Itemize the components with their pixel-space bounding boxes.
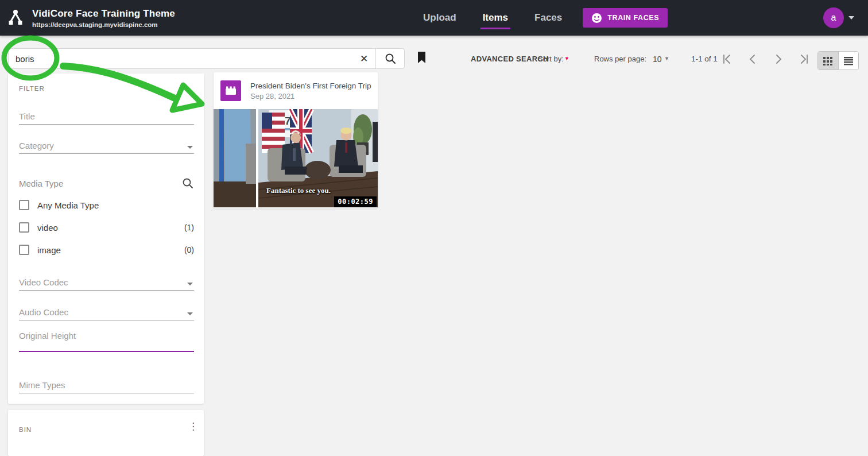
app-header: VidiCore Face Training Theme https://dee… (0, 0, 868, 36)
chevron-left-icon (746, 52, 760, 66)
save-search-button[interactable] (417, 52, 426, 65)
train-faces-label: TRAIN FACES (607, 14, 659, 22)
checkbox-icon[interactable] (19, 200, 29, 210)
media-type-label: Media Type (19, 179, 63, 188)
bin-panel: BIN ⋮ (8, 410, 204, 456)
nav-tab-items[interactable]: Items (482, 9, 509, 27)
media-type-search-icon[interactable] (181, 177, 194, 190)
vidispine-logo-icon (7, 8, 24, 28)
video-codec-select[interactable]: Video Codec (19, 277, 194, 291)
item-card[interactable]: President Biden's First Foreign Trip Sep… (214, 72, 378, 208)
media-type-row: Media Type (19, 177, 194, 190)
list-view-button[interactable] (838, 52, 859, 69)
checkbox-row-image[interactable]: image (0) (19, 245, 194, 255)
app-title: VidiCore Face Training Theme (32, 8, 175, 20)
mime-types-input[interactable]: Mime Types (19, 380, 194, 393)
bookmark-icon (417, 52, 426, 64)
title-filter-input[interactable]: Title (19, 111, 194, 125)
grid-view-button[interactable] (818, 52, 838, 69)
search-icon (384, 52, 397, 65)
search-button[interactable] (375, 49, 404, 68)
movie-icon (220, 80, 241, 101)
first-page-icon (720, 52, 734, 66)
app-url: https://deepva.staging.myvidispine.com (32, 21, 175, 28)
video-thumbnail[interactable]: G7 (214, 109, 378, 207)
sort-by-label[interactable]: Sort by: (538, 55, 564, 63)
train-faces-button[interactable]: TRAIN FACES (583, 8, 668, 28)
list-view-icon (843, 56, 854, 65)
duration-badge: 00:02:59 (334, 196, 377, 207)
search-toolbar: ✕ ADVANCED SEARCH Sort by: ▼ Rows per pa… (0, 36, 868, 72)
chevron-down-icon (187, 146, 193, 149)
bin-menu-button[interactable]: ⋮ (188, 422, 198, 431)
first-page-button[interactable] (719, 52, 734, 67)
advanced-search-button[interactable]: ADVANCED SEARCH (471, 55, 549, 63)
grid-view-icon (823, 56, 833, 66)
face-icon (591, 13, 602, 24)
checkbox-row-any-media-type[interactable]: Any Media Type (19, 200, 194, 210)
pagination-range: 1-1 of 1 (691, 55, 718, 63)
nav-tab-upload[interactable]: Upload (422, 9, 458, 27)
checkbox-icon[interactable] (19, 222, 29, 233)
item-date: Sep 28, 2021 (250, 92, 371, 101)
item-title: President Biden's First Foreign Trip (250, 82, 371, 90)
next-page-button[interactable] (771, 52, 786, 67)
checkbox-row-video[interactable]: video (1) (19, 222, 194, 233)
search-input[interactable] (9, 54, 352, 64)
prev-page-button[interactable] (745, 52, 760, 67)
rows-per-page-caret-icon[interactable]: ▼ (664, 56, 669, 61)
last-page-icon (797, 52, 811, 66)
rows-per-page-value[interactable]: 10 (653, 55, 662, 64)
nav-tab-faces[interactable]: Faces (533, 9, 563, 27)
chevron-down-icon (187, 283, 193, 285)
user-menu-caret-icon[interactable] (848, 16, 854, 20)
user-avatar[interactable]: a (823, 7, 844, 28)
chevron-right-icon (772, 52, 785, 66)
category-filter-select[interactable]: Category (19, 141, 194, 154)
clear-search-button[interactable]: ✕ (352, 49, 375, 68)
main-nav: Upload Items Faces (422, 9, 563, 27)
checkbox-icon[interactable] (19, 245, 29, 255)
filter-heading: FILTER (19, 85, 45, 92)
item-card-header: President Biden's First Foreign Trip Sep… (214, 72, 378, 109)
search-box: ✕ (8, 48, 405, 69)
rows-per-page-label: Rows per page: (594, 55, 646, 63)
sort-by-caret-icon[interactable]: ▼ (564, 56, 569, 61)
original-height-input[interactable]: Original Height (19, 331, 194, 352)
audio-codec-select[interactable]: Audio Codec (19, 307, 194, 320)
filter-panel: FILTER Title Category Media Type Any Med… (8, 74, 204, 404)
last-page-button[interactable] (797, 52, 812, 67)
chevron-down-icon (187, 312, 193, 315)
bin-heading: BIN (19, 426, 32, 433)
subtitle-caption: Fantastic to see you. (266, 186, 331, 195)
view-toggle-group (817, 51, 859, 70)
